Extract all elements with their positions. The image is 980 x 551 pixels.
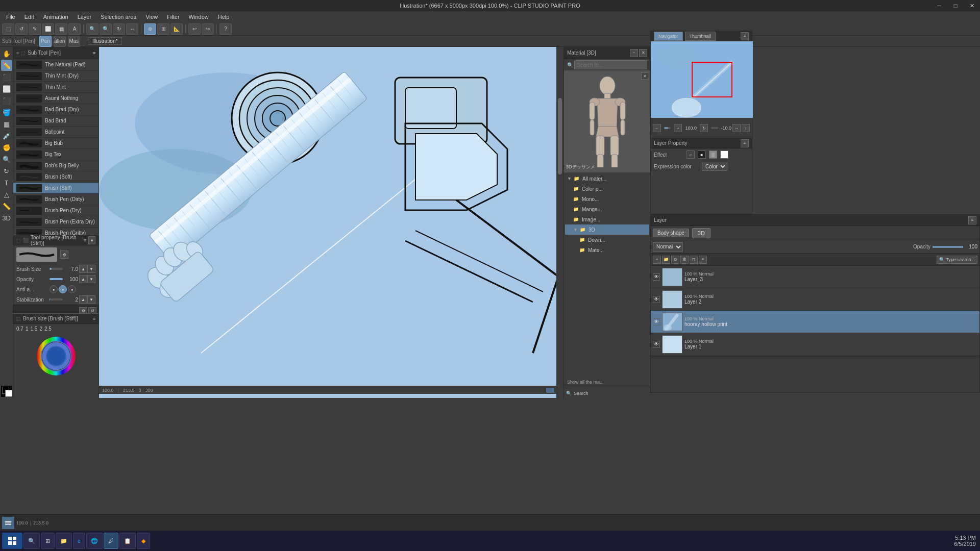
tool-eraser[interactable]: ⬛: [1, 71, 12, 83]
taskbar-app2[interactable]: 📋: [119, 533, 136, 549]
show-all-link[interactable]: Show all the ma...: [564, 378, 650, 387]
tree-item-down[interactable]: 📁 Down...: [565, 235, 649, 245]
tree-item-all[interactable]: ▼ 📁 All mater...: [565, 173, 649, 184]
taskbar-clip-studio[interactable]: 🖊: [104, 533, 118, 549]
tool-gradient[interactable]: ▦: [1, 118, 12, 130]
layer-settings-btn[interactable]: ≡: [968, 216, 976, 224]
nav-selection-rect[interactable]: [692, 62, 732, 97]
stabilization-slider[interactable]: [50, 298, 63, 300]
preset-1[interactable]: 1: [26, 326, 29, 332]
rotate-btn[interactable]: ↻: [113, 23, 125, 35]
tool-text-btn[interactable]: A: [68, 23, 81, 35]
tool-pan[interactable]: ✊: [1, 142, 12, 153]
stab-down[interactable]: ▼: [87, 295, 95, 304]
brush-item[interactable]: Big Tex: [13, 149, 99, 160]
brush-prop-menu[interactable]: ≡: [84, 238, 86, 243]
flip-btn[interactable]: ↔: [732, 124, 741, 132]
brush-item[interactable]: The Natural (Pad): [13, 59, 99, 70]
antialias-strong[interactable]: ●: [68, 285, 76, 293]
size-down[interactable]: ▼: [87, 265, 95, 273]
layer-item-active[interactable]: 👁 100 % Normal hooray hollow print: [651, 311, 979, 333]
blend-mode-select[interactable]: Normal: [653, 242, 683, 252]
brush-item[interactable]: Bob's Big Belly: [13, 160, 99, 171]
panel-close[interactable]: ✕: [639, 49, 647, 57]
preset-2[interactable]: 2: [39, 326, 42, 332]
tool-eyedropper[interactable]: 💉: [1, 130, 12, 141]
tool-text[interactable]: T: [1, 177, 12, 188]
tool-fill-btn[interactable]: ▦: [55, 23, 67, 35]
maximize-button[interactable]: □: [947, 0, 964, 11]
tool-fill[interactable]: 🪣: [1, 107, 12, 118]
brush-item[interactable]: Ballpoint: [13, 127, 99, 138]
layer-item[interactable]: 👁 100 % Normal Layer_3: [651, 266, 979, 288]
menu-help[interactable]: Help: [214, 13, 234, 21]
body-3d-button[interactable]: 3D: [692, 228, 710, 238]
layer-vis-toggle-4[interactable]: 👁: [653, 341, 660, 348]
zoom-out-icon[interactable]: −: [653, 124, 661, 132]
search-input[interactable]: [574, 60, 647, 69]
grid-btn[interactable]: ⊞: [157, 23, 169, 35]
close-button[interactable]: ✕: [964, 0, 980, 11]
taskbar-search[interactable]: 🔍: [23, 533, 40, 549]
taskbar-chrome[interactable]: 🌐: [86, 533, 103, 549]
tool-eraser-btn[interactable]: ⬜: [42, 23, 54, 35]
brush-item[interactable]: Brush Pen (Dry): [13, 205, 99, 216]
tool-select-btn[interactable]: ⬚: [2, 23, 14, 35]
color-fg-bg[interactable]: [1, 386, 12, 397]
menu-animation[interactable]: Animation: [39, 13, 72, 21]
brush-item-active[interactable]: Brush (Stiff): [13, 183, 99, 194]
doc-tab[interactable]: Illustration*: [88, 37, 122, 45]
brush-item[interactable]: Bad Brad (Dry): [13, 104, 99, 115]
taskbar-explorer[interactable]: 📁: [56, 533, 72, 549]
rotate-canvas-icon[interactable]: ↻: [700, 124, 708, 132]
effect-square[interactable]: ■: [698, 151, 706, 159]
opacity-down[interactable]: ▼: [87, 275, 95, 283]
panel-min[interactable]: −: [630, 49, 638, 57]
taskbar-browser-ie[interactable]: e: [73, 533, 85, 549]
tool-pen-btn[interactable]: ✎: [29, 23, 41, 35]
canvas-vscroll[interactable]: [556, 47, 564, 387]
brush-item[interactable]: Brush (Soft): [13, 171, 99, 183]
tool-selection[interactable]: ⬜: [1, 83, 12, 94]
size-slider[interactable]: [50, 268, 63, 270]
layer-opacity-slider[interactable]: [933, 246, 963, 248]
layer-item-4[interactable]: 👁 100 % Normal Layer 1: [651, 333, 979, 356]
effect-circle[interactable]: ○: [687, 151, 695, 159]
minimize-button[interactable]: ─: [931, 0, 947, 11]
menu-selection[interactable]: Selection area: [96, 13, 140, 21]
redo-btn[interactable]: ↪: [202, 23, 214, 35]
new-folder-btn[interactable]: 📁: [662, 256, 670, 264]
ruler-btn[interactable]: 📐: [170, 23, 183, 35]
tool-move[interactable]: ✋: [1, 48, 12, 59]
preset-2-5[interactable]: 2.5: [44, 326, 52, 332]
layer-search-box[interactable]: 🔍 Type search...: [937, 256, 977, 264]
flip-v-btn[interactable]: ↕: [742, 124, 750, 132]
tool-pen[interactable]: ✏️: [1, 60, 12, 71]
preset-0-7[interactable]: 0.7: [16, 326, 23, 332]
search-button[interactable]: Search: [574, 391, 589, 396]
antialias-on[interactable]: ●: [59, 285, 67, 293]
preset-1-5[interactable]: 1.5: [30, 326, 37, 332]
brush-item[interactable]: Brush Pen (Extra Dry): [13, 216, 99, 228]
canvas[interactable]: [99, 47, 556, 398]
taskbar-task-view[interactable]: ⊞: [41, 533, 55, 549]
nav-tab-thumbnail[interactable]: Thumbnail: [685, 32, 716, 41]
brush-size-menu[interactable]: ≡: [93, 316, 95, 321]
brush-panel-menu[interactable]: ≡: [93, 51, 95, 56]
menu-edit[interactable]: Edit: [20, 13, 38, 21]
pen-tab[interactable]: Pen: [39, 36, 52, 47]
tool-zoom[interactable]: 🔍: [1, 154, 12, 165]
new-layer-btn[interactable]: +: [653, 256, 661, 264]
vscroll-thumb[interactable]: [558, 98, 562, 174]
menu-window[interactable]: Window: [185, 13, 213, 21]
body-shape-button[interactable]: Body shape: [653, 229, 689, 237]
brush-prop-expand[interactable]: ▲: [88, 236, 95, 244]
start-button[interactable]: [2, 533, 22, 549]
tree-item-image[interactable]: 📁 Image...: [565, 214, 649, 224]
mannequin-close[interactable]: ✕: [641, 72, 648, 80]
effect-full[interactable]: □: [720, 151, 728, 159]
copy-layer-btn[interactable]: ⧉: [671, 256, 679, 264]
opacity-up[interactable]: ▲: [79, 275, 87, 283]
tree-item-mono[interactable]: 📁 Mono...: [565, 194, 649, 204]
tool-lasso-btn[interactable]: ↺: [15, 23, 28, 35]
